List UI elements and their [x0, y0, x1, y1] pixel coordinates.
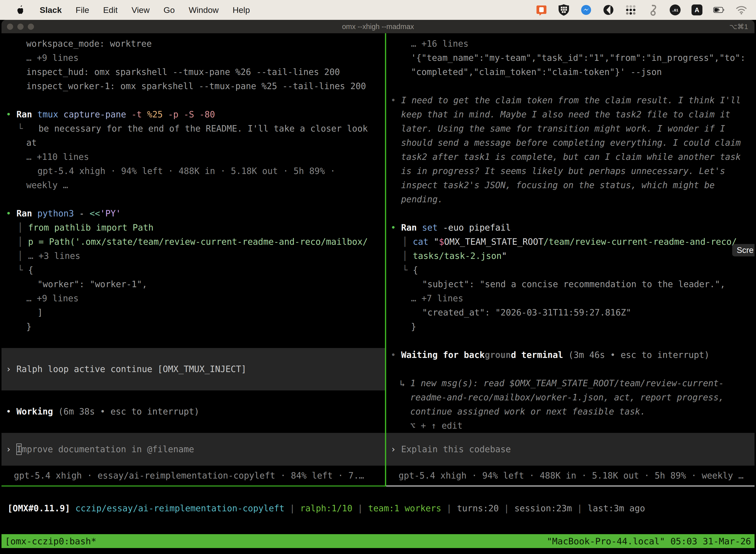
- text-segment: task2 after task1 is complete, but can I…: [401, 152, 741, 162]
- menu-item-file[interactable]: File: [76, 5, 89, 15]
- screen-record-icon[interactable]: [536, 4, 547, 16]
- terminal-row: }: [1, 320, 385, 334]
- kagi-icon[interactable]: [603, 4, 614, 16]
- wifi-icon[interactable]: [736, 4, 747, 16]
- left-pane-bottom: › Improve documentation in @filename gpt…: [1, 433, 385, 486]
- terminal-row: inspect_worker-1: omx sparkshell --tmux-…: [1, 79, 385, 93]
- text-segment: at: [26, 138, 37, 148]
- right-terminal-pane[interactable]: … +16 lines'{"team_name":"my-team","task…: [386, 33, 755, 487]
- text-segment: ]: [38, 308, 43, 318]
- text-segment: }: [26, 322, 32, 332]
- text-segment: '{"team_name":"my-team","task_id":"1","f…: [411, 53, 746, 63]
- terminal-row: task2 after task1 is complete, but can I…: [386, 150, 755, 164]
- terminal-row: │ tasks/task-2.json": [386, 249, 755, 263]
- text-segment: Working: [16, 406, 53, 417]
- blank-row: [1, 192, 385, 207]
- terminal-row: • I need to get the claim token from the…: [386, 93, 755, 107]
- text-segment: capture-pane: [63, 109, 131, 119]
- text-segment: ›: [6, 364, 16, 374]
- terminal-row: │ from pathlib import Path: [1, 221, 385, 235]
- blank-row: [1, 334, 385, 348]
- right-pane-content: … +16 lines'{"team_name":"my-team","task…: [386, 37, 755, 433]
- terminal-row: • Waiting for background terminal (3m 46…: [386, 348, 755, 362]
- menu-item-window[interactable]: Window: [189, 5, 219, 15]
- terminal-window: omx --xhigh --madmax ⌥⌘1 workspace_mode:…: [1, 20, 755, 554]
- window-titlebar[interactable]: omx --xhigh --madmax ⌥⌘1: [1, 20, 755, 33]
- dots-grid-icon[interactable]: [625, 4, 636, 16]
- prompt-placeholder: Explain this codebase: [401, 444, 511, 454]
- blank-row: [1, 390, 385, 404]
- text-segment: Ralph loop active continue [OMX_TMUX_INJ…: [16, 364, 246, 374]
- text-segment: … +7 lines: [411, 293, 463, 303]
- left-prompt-input[interactable]: › Improve documentation in @filename: [1, 433, 385, 466]
- terminal-row: gpt-5.4 xhigh · 94% left · 488K in · 5.1…: [1, 164, 385, 178]
- menu-item-edit[interactable]: Edit: [103, 5, 118, 15]
- text-segment: 'PY': [100, 209, 121, 218]
- menu-app-name[interactable]: Slack: [40, 5, 62, 15]
- text-segment: (3m 46s • esc to interrupt): [563, 350, 709, 360]
- text-segment: cat: [413, 237, 434, 247]
- right-pane-bottom: › Explain this codebase gpt-5.4 xhigh · …: [386, 433, 755, 486]
- text-segment: last:3m ago: [587, 503, 645, 513]
- terminal-row: … +9 lines: [1, 51, 385, 65]
- text-segment: •: [391, 95, 401, 105]
- text-segment: "completed","claim_token":"claim-token"}…: [411, 67, 662, 77]
- count-badge[interactable]: ..61: [670, 4, 681, 15]
- terminal-row: inspect task2's JSON, focusing on the st…: [386, 178, 755, 192]
- text-segment: Ran: [401, 223, 422, 233]
- text-segment: -euo pipefail: [443, 223, 511, 233]
- terminal-row: continue assigned work or next feasible …: [386, 404, 755, 419]
- text-segment: ⌥ + ↑ edit: [410, 421, 462, 431]
- text-segment: |: [572, 503, 587, 513]
- left-pane-status: gpt-5.4 xhigh · essay/ai-reimplementatio…: [1, 466, 385, 486]
- text-segment: team:1 workers: [368, 503, 441, 513]
- text-segment: python3: [37, 209, 79, 218]
- text-segment: inspect_worker-1: omx sparkshell --tmux-…: [26, 81, 366, 91]
- terminal-row: workspace_mode: worktree: [1, 37, 385, 51]
- text-segment: session:23m: [514, 503, 572, 513]
- text-segment: inspect_hud: omx sparkshell --tmux-pane …: [26, 67, 340, 77]
- terminal-row: later. Using the same for transition mig…: [386, 122, 755, 136]
- keypad-shield-icon[interactable]: [558, 4, 569, 16]
- text-segment: Ran: [16, 109, 37, 119]
- text-segment: tasks/task-2.json: [413, 251, 502, 261]
- text-segment: groun: [485, 350, 511, 360]
- menu-item-help[interactable]: Help: [233, 5, 250, 15]
- text-segment: |: [441, 503, 457, 513]
- terminal-row: is in progress? It seems likely but perh…: [386, 164, 755, 178]
- text-segment: later. Using the same for transition mig…: [401, 124, 725, 133]
- text-segment: |: [499, 503, 514, 513]
- text-segment: └: [402, 265, 413, 275]
- right-prompt-input[interactable]: › Explain this codebase: [386, 433, 755, 466]
- left-terminal-pane[interactable]: workspace_mode: worktree… +9 linesinspec…: [1, 33, 385, 487]
- blank-row: [1, 376, 385, 390]
- terminal-row: └ {: [1, 263, 385, 277]
- macos-menu-bar: Slack File Edit View Go Window Help ..61…: [0, 0, 756, 20]
- text-segment: d terminal: [511, 350, 563, 360]
- prompt-chevron-icon: ›: [391, 444, 401, 454]
- terminal-row: "worker": "worker-1",: [1, 277, 385, 291]
- text-segment: │: [402, 251, 413, 261]
- text-segment: •: [6, 209, 16, 218]
- text-segment: <<: [89, 209, 100, 218]
- text-segment: -: [79, 209, 89, 218]
- apple-icon[interactable]: [14, 4, 26, 16]
- input-source-badge[interactable]: A: [692, 4, 702, 15]
- messenger-icon[interactable]: [580, 4, 592, 16]
- snake-icon[interactable]: [647, 4, 659, 16]
- text-segment: from pathlib import Path: [28, 223, 153, 233]
- text-segment: … +9 lines: [26, 53, 79, 63]
- terminal-row: › Ralph loop active continue [OMX_TMUX_I…: [1, 362, 385, 376]
- text-segment: |: [353, 503, 368, 513]
- text-segment: ralph:1/10: [300, 503, 353, 513]
- menu-item-view[interactable]: View: [131, 5, 149, 15]
- battery-icon[interactable]: [713, 4, 725, 16]
- text-segment: inspect task2's JSON, focusing on the st…: [401, 180, 714, 190]
- pane-container: workspace_mode: worktree… +9 linesinspec…: [1, 33, 755, 487]
- text-segment: cczip/essay/ai-reimplementation-copyleft: [75, 503, 285, 513]
- menu-item-go[interactable]: Go: [164, 5, 175, 15]
- terminal-row: at: [1, 136, 385, 150]
- terminal-row: weekly …: [1, 178, 385, 192]
- terminal-row: └ be necessary for the end of the README…: [1, 122, 385, 136]
- tmux-status-bar: [omx-cczip0:bash* "MacBook-Pro-44.local"…: [1, 534, 755, 548]
